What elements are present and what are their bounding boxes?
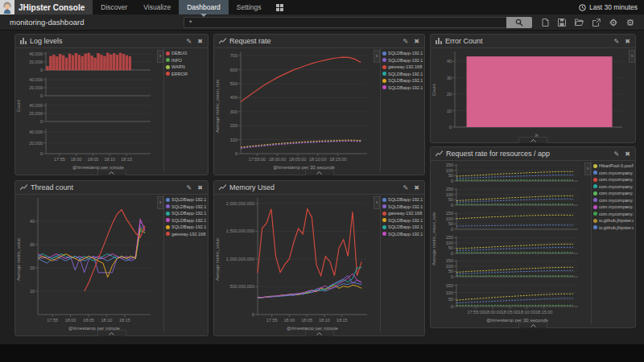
new-dashboard-icon[interactable] <box>542 19 549 27</box>
legend-label: SQLDBapp-192.168.4... <box>171 204 206 209</box>
legend-item[interactable]: SQLDBapp-192.168.4... <box>382 78 423 83</box>
close-icon[interactable]: ✖ <box>625 35 630 48</box>
apps-grid-icon[interactable] <box>270 0 290 14</box>
edit-pencil-icon[interactable]: ✎ <box>403 35 409 48</box>
brand[interactable]: JHipster Console <box>0 0 93 14</box>
legend-item[interactable]: SQLDBapp-192.168.4... <box>166 224 206 229</box>
edit-pencil-icon[interactable]: ✎ <box>187 35 192 48</box>
nav-item-dashboard[interactable]: Dashboard <box>179 0 229 14</box>
collapse-chevron-up-icon[interactable] <box>518 137 547 143</box>
legend-item[interactable]: com.mycompany.myap... <box>593 177 634 182</box>
svg-text:50: 50 <box>448 197 453 202</box>
edit-pencil-icon[interactable]: ✎ <box>614 147 620 161</box>
legend-item[interactable]: gateway-192.168.43.8... <box>382 211 423 216</box>
collapse-chevron-up-icon[interactable] <box>518 322 547 328</box>
load-dashboard-icon[interactable] <box>575 19 584 27</box>
svg-text:17:55: 17:55 <box>54 157 65 162</box>
toolbar-actions <box>532 19 644 27</box>
legend-item[interactable]: SQLDBapp-192.168.4... <box>382 224 423 229</box>
chevron-right-icon[interactable]: › <box>374 196 380 209</box>
edit-pencil-icon[interactable]: ✎ <box>187 181 192 195</box>
legend-item[interactable]: com.mycompany.myap... <box>593 191 634 195</box>
legend-label: SQLDBapp-192.168.4... <box>171 224 206 229</box>
query-input[interactable] <box>184 17 506 28</box>
svg-text:18:10:00: 18:10:00 <box>518 310 535 315</box>
legend-color-dot <box>593 171 597 175</box>
edit-pencil-icon[interactable]: ✎ <box>403 181 409 195</box>
legend-item[interactable]: HikariPool-0.poolWait <box>593 163 634 168</box>
legend-item[interactable]: com.mycompany.myap... <box>593 171 634 175</box>
share-icon[interactable] <box>592 19 601 27</box>
options-gear-icon[interactable] <box>609 19 617 27</box>
time-picker[interactable]: Last 30 minutes <box>579 0 644 14</box>
legend-item[interactable]: WARN <box>166 64 206 69</box>
search-button[interactable] <box>506 17 532 28</box>
legend-item[interactable]: SQLDBapp-192.168.4... <box>382 72 423 76</box>
svg-text:200: 200 <box>230 123 237 128</box>
svg-text:0: 0 <box>235 151 237 156</box>
legend-item[interactable]: com.mycompany.myap... <box>593 204 634 209</box>
svg-text:20,000: 20,000 <box>29 85 43 90</box>
legend-item[interactable]: SQLDBapp-192.168.4... <box>382 85 423 90</box>
svg-text:18:10: 18:10 <box>101 318 113 323</box>
legend-item[interactable]: DEBUG <box>166 51 206 56</box>
legend-item[interactable]: SQLDBapp-192.168.4... <box>166 218 206 223</box>
legend-item[interactable]: SQLDBapp-192.168.4... <box>382 58 423 63</box>
nav-item-visualize[interactable]: Visualize <box>135 0 179 14</box>
edit-pencil-icon[interactable]: ✎ <box>614 35 620 48</box>
panel-title: Request rate for resources / app <box>446 150 550 158</box>
legend-item[interactable]: com.mycompany.myap... <box>593 198 634 203</box>
close-icon[interactable]: ✖ <box>414 181 419 195</box>
nav-item-settings[interactable]: Settings <box>229 0 270 14</box>
panel-title: Thread count <box>31 183 73 191</box>
resources-chart-row: 050100150 <box>437 185 584 209</box>
legend-item[interactable]: io.github.jhipster.web.r... <box>593 218 634 223</box>
legend-item[interactable]: SQLDBapp-192.168.4... <box>382 218 423 223</box>
svg-text:50: 50 <box>448 298 453 302</box>
collapse-chevron-up-icon[interactable] <box>305 330 334 336</box>
collapse-chevron-up-icon[interactable] <box>97 169 126 175</box>
svg-text:18:15:00: 18:15:00 <box>535 310 552 315</box>
close-icon[interactable]: ✖ <box>625 147 630 161</box>
svg-text:0: 0 <box>451 203 453 208</box>
close-icon[interactable]: ✖ <box>197 181 203 195</box>
thread-count-chart: 1020304017:5518:0018:0518:1018:15@timest… <box>22 195 157 332</box>
legend-item[interactable]: gateway-192.168.43.8... <box>382 64 423 69</box>
svg-text:100: 100 <box>446 240 453 245</box>
collapse-chevron-up-icon[interactable] <box>97 330 126 336</box>
legend-item[interactable]: SQLDBapp-192.168.4... <box>382 204 423 209</box>
legend-item[interactable]: SQLDBapp-192.168.4... <box>166 197 206 202</box>
svg-text:300: 300 <box>230 109 237 114</box>
close-icon[interactable]: ✖ <box>197 35 203 48</box>
legend-item[interactable]: SQLDBapp-192.168.4... <box>166 211 206 216</box>
legend-color-dot <box>382 85 386 89</box>
legend-item[interactable]: INFO <box>166 58 206 63</box>
nav-item-discover[interactable]: Discover <box>93 0 135 14</box>
legend-item[interactable]: SQLDBapp-192.168.4... <box>382 197 423 202</box>
legend-item[interactable]: SQLDBapp-192.168.4... <box>382 232 423 237</box>
chevron-right-icon[interactable]: › <box>157 50 163 63</box>
legend-item[interactable]: com.mycompany.myap... <box>593 212 634 216</box>
svg-text:500,000,000: 500,000,000 <box>229 284 254 289</box>
dashboard-name: monitoring-dashboard <box>0 18 184 27</box>
close-icon[interactable]: ✖ <box>414 35 419 48</box>
chevron-right-icon[interactable]: › <box>629 50 635 63</box>
chevron-right-icon[interactable]: › <box>584 162 591 175</box>
filter-gear-icon[interactable] <box>626 19 634 27</box>
legend-item[interactable]: SQLDBapp-192.168.4... <box>166 204 206 209</box>
collapse-chevron-up-icon[interactable] <box>305 169 334 175</box>
legend-item[interactable]: SQLDBapp-192.168.4... <box>382 51 423 56</box>
legend-item[interactable]: gateway-192.168.43.8... <box>166 232 206 237</box>
chevron-right-icon[interactable]: › <box>157 196 163 209</box>
legend-item[interactable]: io.github.jhipster.web.r... <box>593 225 634 230</box>
legend-label: SQLDBapp-192.168.4... <box>388 78 423 83</box>
legend-item[interactable]: com.mycompany.myap... <box>593 184 634 189</box>
svg-text:40: 40 <box>447 59 452 64</box>
svg-text:50: 50 <box>448 173 453 178</box>
legend-color-dot <box>593 212 597 216</box>
legend-label: com.mycompany.myap... <box>599 171 634 175</box>
svg-text:20,000: 20,000 <box>29 140 43 145</box>
chevron-right-icon[interactable]: › <box>374 50 380 63</box>
save-dashboard-icon[interactable] <box>558 19 566 27</box>
legend-item[interactable]: ERROR <box>166 72 206 76</box>
